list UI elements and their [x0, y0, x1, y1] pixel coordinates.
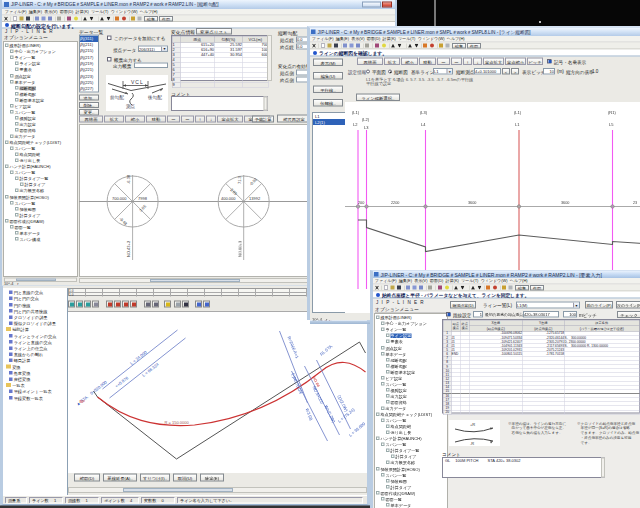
svg-text:NO.60+3: NO.60+3	[237, 240, 242, 257]
svg-text:2.05: 2.05	[138, 203, 148, 213]
svg-text:71.3: 71.3	[237, 175, 242, 184]
svg-text:++0.876: ++0.876	[114, 375, 130, 389]
svg-text:L2: L2	[353, 122, 358, 127]
svg-text:(L3): (L3)	[420, 110, 428, 115]
svg-text:(L1): (L1)	[514, 110, 522, 115]
svg-text:400.000: 400.000	[221, 196, 236, 201]
svg-text:(1)(2.0W): (1)(2.0W)	[337, 394, 350, 413]
svg-text:NO.5+000: NO.5+000	[312, 385, 325, 405]
svg-text:測点: 測点	[126, 103, 136, 110]
svg-text:7998: 7998	[138, 196, 148, 201]
svg-text:-0.92: -0.92	[248, 176, 259, 187]
svg-text:+R: +R	[470, 422, 475, 427]
svg-text:L = 66.324: L = 66.324	[141, 361, 160, 378]
svg-text:NO.43+2: NO.43+2	[126, 240, 131, 257]
svg-text:L4: L4	[421, 122, 426, 127]
svg-text:L1: L1	[515, 122, 520, 127]
svg-text:(L2): (L2)	[362, 117, 370, 122]
svg-text:後勾配: 後勾配	[147, 95, 162, 101]
svg-text:23: 23	[633, 201, 637, 205]
svg-text:R=2000 A=1: R=2000 A=1	[287, 336, 301, 360]
svg-text:RL STA.: RL STA.	[319, 343, 334, 357]
svg-text:3600: 3600	[561, 201, 569, 205]
svg-text:BP: BP	[80, 399, 86, 404]
svg-text:L = 36.000: L = 36.000	[348, 421, 367, 438]
svg-text:L3: L3	[364, 125, 369, 130]
svg-text:-R: -R	[470, 441, 474, 446]
svg-text:VCL: VCL	[131, 79, 144, 85]
svg-text:L = 24.000: L = 24.000	[129, 349, 148, 366]
svg-text:R = 150.0000: R = 150.0000	[165, 420, 190, 425]
svg-text:W3 (3): W3 (3)	[305, 408, 315, 422]
svg-text:(R1): (R1)	[608, 110, 616, 115]
svg-text:L5: L5	[609, 122, 614, 127]
svg-text:-6.38: -6.38	[126, 174, 131, 184]
svg-text:3600: 3600	[468, 201, 476, 205]
svg-text:13992: 13992	[249, 196, 261, 201]
svg-text:0+020.000: 0+020.000	[89, 379, 108, 396]
svg-text:2200: 2200	[391, 201, 399, 205]
svg-text:200: 200	[358, 201, 364, 205]
svg-text:前勾配: 前勾配	[110, 95, 124, 101]
svg-text:700.000: 700.000	[112, 196, 127, 201]
svg-text:(L1): (L1)	[352, 110, 360, 115]
svg-text:W=(0.2W): W=(0.2W)	[324, 404, 337, 424]
